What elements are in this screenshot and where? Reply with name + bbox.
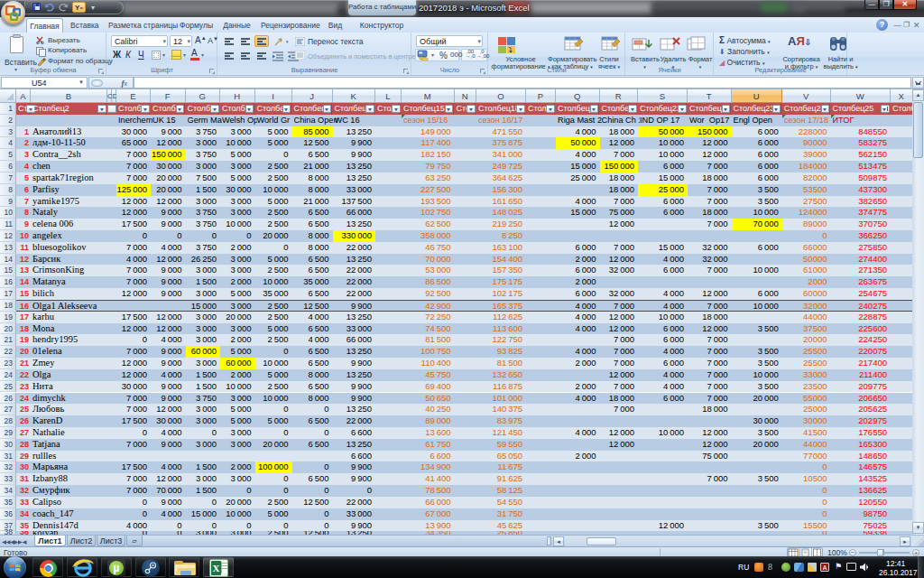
svg-text:⤵: ⤵ <box>509 46 513 54</box>
